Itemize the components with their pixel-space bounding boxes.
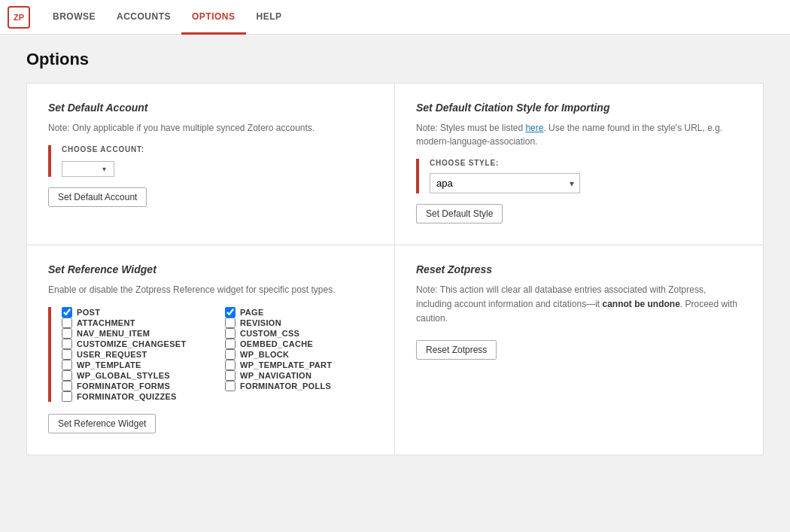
panel-title-reference: Set Reference Widget bbox=[48, 263, 373, 275]
panel-title-citation: Set Default Citation Style for Importing bbox=[416, 102, 742, 114]
checkbox-wp-global-styles-label: WP_GLOBAL_STYLES bbox=[77, 371, 170, 380]
checkbox-forminator-polls-input[interactable] bbox=[225, 381, 235, 391]
chevron-down-icon: ▾ bbox=[102, 165, 106, 173]
panel-reset-zotpress: Reset Zotpress Note: This action will cl… bbox=[395, 245, 763, 454]
citation-bordered-section: CHOOSE STYLE: apa mla chicago harvard bbox=[416, 159, 742, 193]
reference-bordered-section: POST ATTACHMENT NAV_MENU_ITEM CUSTO bbox=[48, 307, 373, 402]
citation-note: Note: Styles must be listed here. Use th… bbox=[416, 121, 742, 148]
top-nav: ZP BROWSE ACCOUNTS OPTIONS HELP bbox=[0, 0, 790, 35]
checkbox-forminator-forms-input[interactable] bbox=[62, 381, 72, 391]
nav-items: BROWSE ACCOUNTS OPTIONS HELP bbox=[42, 0, 293, 34]
checkbox-col1: POST ATTACHMENT NAV_MENU_ITEM CUSTO bbox=[62, 307, 210, 402]
checkbox-user-request-label: USER_REQUEST bbox=[77, 350, 147, 359]
checkbox-revision-label: REVISION bbox=[240, 318, 281, 327]
checkbox-wp-block-input[interactable] bbox=[225, 349, 235, 360]
checkbox-nav-menu-item-input[interactable] bbox=[62, 328, 72, 339]
page-content: Options Set Default Account Note: Only a… bbox=[11, 35, 779, 470]
citation-note-link[interactable]: here bbox=[525, 123, 543, 133]
checkbox-forminator-quizzes: FORMINATOR_QUIZZES bbox=[62, 391, 210, 402]
checkbox-wp-block: WP_BLOCK bbox=[225, 349, 373, 360]
checkbox-wp-template-part: WP_TEMPLATE_PART bbox=[225, 360, 373, 370]
account-bordered-section: CHOOSE ACCOUNT: ▾ bbox=[48, 145, 373, 177]
nav-options[interactable]: OPTIONS bbox=[181, 0, 246, 35]
checkbox-page-input[interactable] bbox=[225, 307, 235, 318]
checkbox-oembed-cache-label: OEMBED_CACHE bbox=[240, 339, 313, 348]
checkbox-wp-template-part-input[interactable] bbox=[225, 360, 235, 370]
page-title: Options bbox=[26, 50, 764, 69]
checkbox-col2: PAGE REVISION CUSTOM_CSS OEMBED_CAC bbox=[225, 307, 373, 402]
set-default-account-button[interactable]: Set Default Account bbox=[48, 187, 147, 207]
account-note: Note: Only applicable if you have multip… bbox=[48, 121, 373, 135]
reset-note-bold: cannot be undone bbox=[602, 299, 679, 309]
checkbox-user-request-input[interactable] bbox=[62, 349, 72, 360]
choose-style-label: CHOOSE STYLE: bbox=[430, 159, 742, 167]
nav-accounts[interactable]: ACCOUNTS bbox=[106, 0, 181, 35]
checkbox-post: POST bbox=[62, 307, 210, 318]
checkbox-forminator-quizzes-input[interactable] bbox=[62, 391, 72, 402]
panel-title-reset: Reset Zotpress bbox=[416, 263, 742, 275]
checkbox-attachment: ATTACHMENT bbox=[62, 318, 210, 328]
reference-note: Enable or disable the Zotpress Reference… bbox=[48, 283, 373, 296]
reset-zotpress-button[interactable]: Reset Zotpress bbox=[416, 340, 497, 360]
reset-note: Note: This action will clear all databas… bbox=[416, 283, 742, 327]
account-dropdown[interactable]: ▾ bbox=[62, 161, 114, 177]
checkbox-attachment-input[interactable] bbox=[62, 318, 72, 328]
checkbox-wp-navigation: WP_NAVIGATION bbox=[225, 370, 373, 381]
checkbox-user-request: USER_REQUEST bbox=[62, 349, 210, 360]
checkbox-wp-global-styles-input[interactable] bbox=[62, 370, 72, 381]
checkbox-forminator-quizzes-label: FORMINATOR_QUIZZES bbox=[77, 392, 177, 401]
panel-set-default-account: Set Default Account Note: Only applicabl… bbox=[27, 84, 395, 245]
checkbox-customize-changeset-input[interactable] bbox=[62, 339, 72, 349]
checkbox-wp-template-input[interactable] bbox=[62, 360, 72, 370]
checkbox-attachment-label: ATTACHMENT bbox=[77, 318, 135, 327]
checkbox-post-label: POST bbox=[77, 308, 100, 317]
checkbox-page: PAGE bbox=[225, 307, 373, 318]
checkbox-wp-global-styles: WP_GLOBAL_STYLES bbox=[62, 370, 210, 381]
checkbox-custom-css-input[interactable] bbox=[225, 328, 235, 339]
citation-note-prefix: Note: Styles must be listed bbox=[416, 123, 525, 133]
checkbox-custom-css: CUSTOM_CSS bbox=[225, 328, 373, 339]
checkbox-revision: REVISION bbox=[225, 318, 373, 328]
logo: ZP bbox=[8, 6, 30, 29]
checkbox-revision-input[interactable] bbox=[225, 318, 235, 328]
nav-help[interactable]: HELP bbox=[246, 0, 293, 35]
checkbox-wp-navigation-input[interactable] bbox=[225, 370, 235, 381]
checkbox-wp-template-label: WP_TEMPLATE bbox=[77, 360, 141, 369]
panel-set-default-citation: Set Default Citation Style for Importing… bbox=[395, 84, 763, 245]
nav-browse[interactable]: BROWSE bbox=[42, 0, 106, 35]
checkbox-oembed-cache-input[interactable] bbox=[225, 339, 235, 349]
set-reference-widget-button[interactable]: Set Reference Widget bbox=[48, 414, 156, 433]
checkbox-wp-template-part-label: WP_TEMPLATE_PART bbox=[240, 360, 332, 369]
checkbox-forminator-forms: FORMINATOR_FORMS bbox=[62, 381, 210, 391]
checkbox-forminator-polls-label: FORMINATOR_POLLS bbox=[240, 382, 331, 391]
options-grid: Set Default Account Note: Only applicabl… bbox=[26, 83, 764, 455]
choose-account-label: CHOOSE ACCOUNT: bbox=[62, 145, 373, 154]
checkbox-custom-css-label: CUSTOM_CSS bbox=[240, 329, 299, 338]
checkbox-customize-changeset-label: CUSTOMIZE_CHANGESET bbox=[77, 339, 186, 348]
checkbox-forminator-forms-label: FORMINATOR_FORMS bbox=[77, 382, 170, 391]
checkbox-post-input[interactable] bbox=[62, 307, 72, 318]
checkbox-customize-changeset: CUSTOMIZE_CHANGESET bbox=[62, 339, 210, 349]
style-select[interactable]: apa mla chicago harvard bbox=[430, 173, 580, 193]
checkbox-page-label: PAGE bbox=[240, 308, 264, 317]
checkbox-forminator-polls: FORMINATOR_POLLS bbox=[225, 381, 373, 391]
checkbox-wp-template: WP_TEMPLATE bbox=[62, 360, 210, 370]
checkbox-wp-navigation-label: WP_NAVIGATION bbox=[240, 371, 311, 380]
style-select-wrapper: apa mla chicago harvard bbox=[430, 173, 580, 193]
panel-set-reference-widget: Set Reference Widget Enable or disable t… bbox=[27, 245, 395, 454]
checkbox-grid: POST ATTACHMENT NAV_MENU_ITEM CUSTO bbox=[62, 307, 373, 402]
panel-title-account: Set Default Account bbox=[48, 102, 373, 114]
checkbox-nav-menu-item-label: NAV_MENU_ITEM bbox=[77, 329, 150, 338]
checkbox-wp-block-label: WP_BLOCK bbox=[240, 350, 289, 359]
checkbox-nav-menu-item: NAV_MENU_ITEM bbox=[62, 328, 210, 339]
checkbox-oembed-cache: OEMBED_CACHE bbox=[225, 339, 373, 349]
set-default-style-button[interactable]: Set Default Style bbox=[416, 204, 503, 223]
